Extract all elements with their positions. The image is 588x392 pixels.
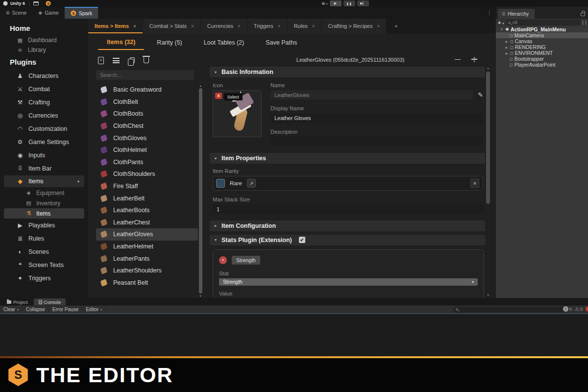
list-item[interactable]: LeatherBoots [96,204,198,217]
doc-tab-rules[interactable]: Rules× [288,19,322,33]
sidebar-item-characters[interactable]: ♟Characters [0,69,88,82]
name-field[interactable] [270,90,473,99]
sidebar-item-rules[interactable]: ≣Rules [0,232,88,245]
sidebar-item-crafting[interactable]: ⚒Crafting [0,96,88,109]
scroll-thumb[interactable] [199,88,202,294]
close-icon[interactable]: × [191,24,194,29]
section-item-configuration[interactable]: ▸Item Configuration [210,220,485,231]
doc-tab-combat-stats[interactable]: Combat > Stats× [143,19,201,33]
list-item[interactable]: ClothHelmet [96,144,198,156]
trash-icon[interactable] [144,57,149,63]
sidebar-item-currencies[interactable]: ◎Currencies [0,109,88,122]
tab-save-paths[interactable]: Save Paths [257,35,306,49]
sidebar-item-playables[interactable]: ▶Playables [0,219,88,232]
console-search-input[interactable] [453,307,567,313]
lock-icon[interactable] [581,13,585,16]
hierarchy-node-bootstrapper[interactable]: ◻Bootstrapper [496,56,588,62]
list-item[interactable]: ClothBoots [96,108,198,120]
sidebar-item-triggers[interactable]: ✦Triggers [0,271,88,285]
list-scrollbar[interactable]: ▴ ▾ [198,84,203,298]
panel-menu-icon[interactable]: ⋮ [487,10,492,16]
doc-tab-triggers[interactable]: Triggers× [247,19,288,33]
list-item-selected[interactable]: LeatherGloves [96,228,198,241]
list-item[interactable]: Basic Greatsword [96,84,198,96]
hierarchy-node-rendering[interactable]: ▶◻RENDERING [496,44,588,50]
expander-icon[interactable]: ▶ [505,46,509,49]
tab-scene[interactable]: ⊞Scene [0,7,32,19]
clear-button[interactable]: Clear▾ [0,306,23,313]
list-view-icon[interactable] [113,58,120,63]
window-layout-icon[interactable] [33,1,39,5]
search-input[interactable] [96,70,194,80]
description-field[interactable] [270,137,483,146]
new-tab-button[interactable]: + [387,19,406,33]
section-stats-plugin[interactable]: ▾Stats Plugin (Extension)✔ [210,235,485,245]
sidebar-item-equipment[interactable]: ◈Equipment [0,188,88,198]
doc-tab-items[interactable]: Items > Items× [88,19,143,33]
close-icon[interactable]: × [377,24,380,29]
doc-tab-crafting-recipes[interactable]: Crafting > Recipes× [322,19,387,33]
hierarchy-node-environment[interactable]: ▶◻ENVIRONMENT [496,50,588,56]
stat-chip[interactable]: Strength [232,256,260,265]
spark-logo-icon[interactable]: S [46,1,51,6]
select-icon-button[interactable]: Select [224,93,243,100]
error-pause-button[interactable]: Error Pause [49,306,82,313]
list-item[interactable]: ClothGloves [96,132,198,144]
doc-tab-currencies[interactable]: Currencies× [201,19,247,33]
hierarchy-node-canvas[interactable]: ▶◻Canvas [496,38,588,44]
sidebar-item-screen-texts[interactable]: ❝Screen Texts [0,258,88,271]
edit-icon[interactable]: ✎ [478,91,483,98]
hierarchy-node-playeravatarpoint[interactable]: ◻PlayerAvatarPoint [496,62,588,68]
display-name-field[interactable] [270,114,483,123]
stats-plugin-checkbox[interactable]: ✔ [299,237,305,243]
rarity-row[interactable]: Rare ↗ × [213,176,483,191]
editor-dropdown[interactable]: Editor▾ [82,306,106,313]
hierarchy-search-input[interactable]: All [506,20,581,25]
sidebar-item-item-bar[interactable]: ⠿Item Bar [0,162,88,175]
delete-stat-icon[interactable]: × [219,256,227,264]
sidebar-item-library[interactable]: ≋Library [0,45,88,55]
hierarchy-root[interactable]: ▼❖ActionRPG_MainMenu [496,26,588,32]
step-button[interactable]: ▶▏ [357,0,369,6]
close-icon[interactable]: × [238,24,241,29]
tab-spark[interactable]: SSpark [65,7,98,19]
list-item[interactable]: LeatherPants [96,252,198,265]
tab-items-32[interactable]: Items (32) [98,34,144,50]
detail-scrollbar[interactable]: ▴ ▾ [485,66,491,298]
error-count[interactable]: ! [586,306,588,312]
tab-console[interactable]: Console [34,298,66,305]
list-item[interactable]: ClothBelt [96,96,198,108]
tab-game[interactable]: ◉Game [32,7,64,19]
close-icon[interactable]: × [278,24,281,29]
pause-button[interactable]: ❚❚ [343,0,355,6]
scroll-thumb[interactable] [486,72,490,204]
list-item[interactable]: ClothPants [96,156,198,169]
list-item[interactable]: LeatherHelmet [96,241,198,253]
minimize-button[interactable]: — [455,56,461,63]
close-icon[interactable]: × [312,24,315,29]
sidebar-item-items-child[interactable]: ⚗Items [4,208,84,219]
sidebar-item-combat[interactable]: ⚔Combat [0,82,88,96]
list-item[interactable]: Fire Staff [96,180,198,193]
open-external-icon[interactable]: ↗ [247,179,256,188]
sidebar-item-inputs[interactable]: ◉Inputs [0,148,88,162]
item-icon-preview[interactable]: X Select [213,90,262,137]
warning-count[interactable]: ⚠0 [575,306,583,312]
list-item[interactable]: LeatherChest [96,217,198,229]
section-basic-information[interactable]: ▾Basic Information [210,67,485,77]
expander-icon[interactable]: ▶ [505,51,509,55]
stat-dropdown[interactable]: Strength ▾ [219,278,478,286]
collab-icon[interactable]: ⊕▾ [321,1,328,6]
expander-icon[interactable]: ▶ [505,40,509,43]
close-icon[interactable]: × [133,24,136,29]
list-item[interactable]: ClothChest [96,120,198,132]
sidebar-item-inventory[interactable]: ▤Inventory [0,198,88,208]
list-item[interactable]: Peasant Belt [96,277,198,289]
filter-icon[interactable] [583,21,586,25]
sidebar-item-items[interactable]: ◆Items▾ [4,175,84,187]
console-log-area[interactable] [0,313,588,356]
tab-hierarchy[interactable]: ☰Hierarchy [498,9,535,19]
tab-rarity[interactable]: Rarity (5) [148,35,191,49]
play-button[interactable]: ▶ [330,0,342,6]
collapse-button[interactable]: Collapse [23,306,49,313]
